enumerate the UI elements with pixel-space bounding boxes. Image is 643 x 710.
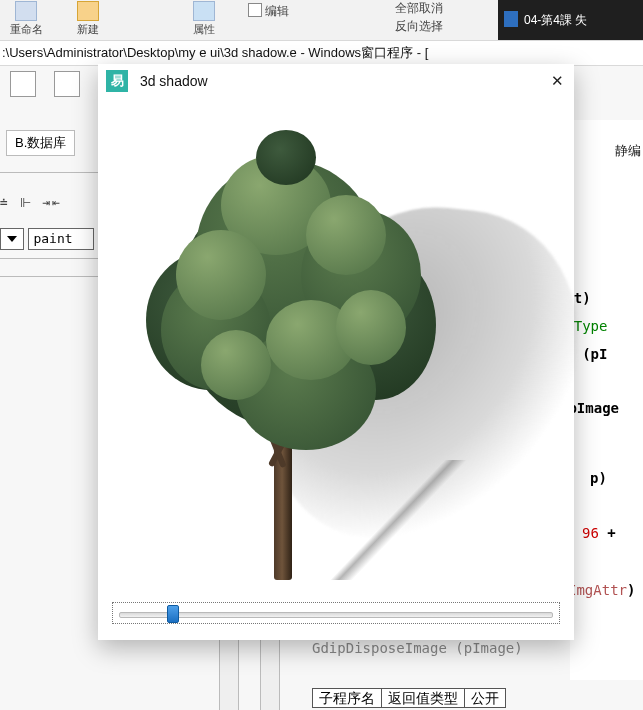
ribbon-rename[interactable]: 重命名 [2, 0, 50, 38]
vertical-ruler [260, 640, 280, 710]
paint-selector-row: paint [0, 228, 110, 252]
separator [0, 258, 110, 259]
ribbon-new-label: 新建 [66, 22, 110, 37]
modal-titlebar[interactable]: 3d shadow ✕ [98, 64, 574, 98]
code-line-5: p) [590, 470, 607, 486]
col-public: 公开 [464, 688, 506, 708]
code-dispose-line: GdipDisposeImage (pImage) [312, 640, 523, 656]
col-return-type: 返回值类型 [381, 688, 465, 708]
preview-canvas [106, 100, 566, 600]
ribbon-rename-label: 重命名 [2, 22, 50, 37]
modal-title-text: 3d shadow [140, 73, 208, 89]
slider-thumb[interactable] [167, 605, 179, 623]
alignment-tools[interactable]: ≐ ⊩ ⇥⇤ [0, 195, 110, 225]
ribbon-edit[interactable]: 编辑 [248, 3, 289, 20]
tree-image [106, 100, 566, 600]
code-line-6: 96 + [582, 525, 624, 541]
ribbon-invert-selection[interactable]: 反向选择 [395, 18, 443, 35]
ribbon-properties-label: 属性 [182, 22, 226, 37]
vertical-ruler [219, 640, 239, 710]
code-line-7: ImgAttr) [568, 582, 635, 598]
database-button[interactable]: B.数据库 [6, 130, 75, 156]
ribbon-new[interactable]: 新建 [66, 0, 110, 38]
col-subroutine-name: 子程序名 [312, 688, 382, 708]
document-icon [504, 11, 518, 27]
ribbon-deselect-all[interactable]: 全部取消 [395, 0, 443, 17]
tool-icon-1[interactable] [10, 71, 36, 97]
separator [0, 276, 110, 277]
modal-3d-shadow: 3d shadow ✕ [98, 64, 574, 640]
ribbon-properties[interactable]: 属性 [182, 0, 226, 38]
page-root: 重命名 新建 属性 编辑 全部取消 反向选择 04-第4課 失 :\Users\… [0, 0, 643, 710]
paint-value[interactable]: paint [28, 228, 94, 250]
title-path-text: :\Users\Administrator\Desktop\my e ui\3d… [2, 45, 428, 60]
dark-editor-tab[interactable]: 04-第4課 失 [498, 0, 643, 40]
shadow-slider[interactable] [112, 602, 560, 624]
dark-tab-label: 04-第4課 失 [524, 13, 587, 27]
right-menu-item[interactable]: 静编 [615, 142, 641, 160]
slider-track [119, 612, 553, 618]
tool-icon-2[interactable] [54, 71, 80, 97]
title-path-bar: :\Users\Administrator\Desktop\my e ui\3d… [0, 40, 643, 66]
close-icon[interactable]: ✕ [546, 70, 568, 92]
subroutine-table-header: 子程序名返回值类型公开 [312, 690, 505, 708]
separator [0, 172, 110, 173]
app-logo-icon [106, 70, 128, 92]
paint-dropdown[interactable] [0, 228, 24, 250]
